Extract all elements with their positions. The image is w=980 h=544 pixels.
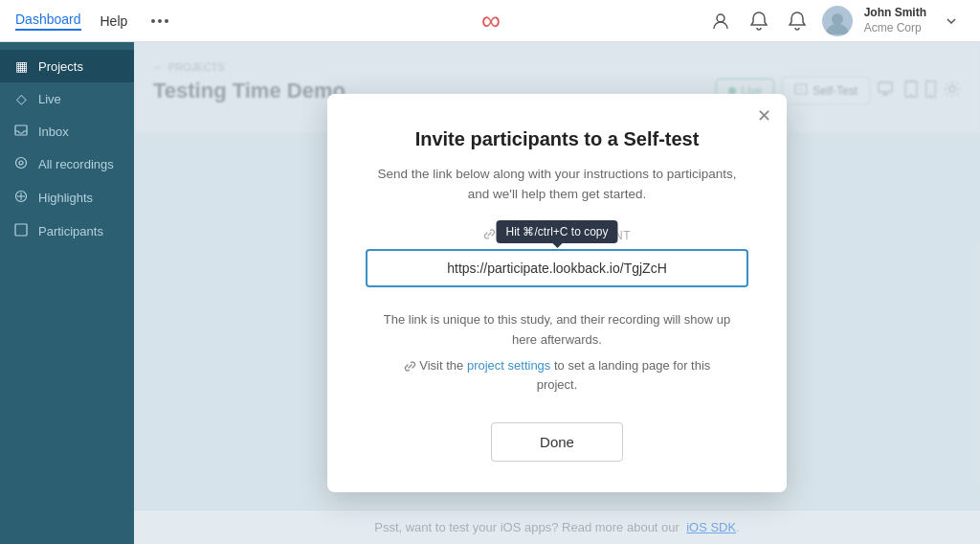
modal-description: The link is unique to this study, and th… — [366, 310, 748, 351]
link-chain-icon2 — [404, 358, 420, 373]
link-chain-icon — [483, 228, 496, 243]
modal-close-button[interactable]: ✕ — [757, 107, 771, 125]
sidebar-label-inbox: Inbox — [38, 125, 69, 139]
svg-rect-9 — [15, 224, 27, 236]
sidebar-item-highlights[interactable]: Highlights — [0, 181, 134, 215]
sidebar-label-projects: Projects — [38, 59, 83, 74]
recordings-icon — [13, 156, 29, 172]
avatar — [822, 6, 853, 36]
person-icon[interactable] — [707, 8, 734, 34]
svg-point-6 — [16, 158, 27, 169]
bell2-icon[interactable] — [784, 8, 811, 34]
bell-icon[interactable] — [746, 8, 772, 34]
sidebar-item-all-recordings[interactable]: All recordings — [0, 147, 134, 181]
sidebar-label-live: Live — [38, 92, 61, 106]
sidebar-item-projects[interactable]: ▦ Projects — [0, 50, 134, 82]
top-nav-right: John Smith Acme Corp — [707, 6, 965, 36]
chevron-down-icon[interactable] — [938, 8, 965, 34]
user-info: John Smith Acme Corp — [864, 6, 926, 35]
svg-point-1 — [158, 19, 162, 23]
logo: ∞ — [481, 6, 499, 36]
done-button[interactable]: Done — [491, 422, 623, 462]
inbox-icon — [13, 124, 29, 139]
sidebar-label-participants: Participants — [38, 224, 103, 238]
modal-settings-text: Visit the project settings to set a land… — [366, 356, 748, 397]
more-icon[interactable] — [146, 8, 173, 34]
participants-icon — [13, 223, 29, 239]
top-nav-left: Dashboard Help — [15, 8, 173, 34]
top-nav: Dashboard Help ∞ John Smith Acme Corp — [0, 0, 980, 42]
invite-modal: ✕ Invite participants to a Self-test Sen… — [327, 94, 787, 492]
modal-title: Invite participants to a Self-test — [366, 128, 748, 150]
copy-tooltip: Hit ⌘/ctrl+C to copy — [496, 220, 617, 243]
svg-point-7 — [19, 161, 23, 165]
infinity-logo: ∞ — [481, 6, 499, 35]
user-name: John Smith — [864, 6, 926, 21]
live-icon: ◇ — [13, 91, 29, 106]
modal-backdrop: ✕ Invite participants to a Self-test Sen… — [134, 42, 980, 544]
project-settings-link[interactable]: project settings — [467, 358, 550, 373]
svg-point-0 — [151, 19, 155, 23]
main-content: ← PROJECTS Testing Time Demo Live Self-T… — [134, 42, 980, 544]
link-input-wrap — [366, 249, 748, 287]
sidebar-item-inbox[interactable]: Inbox — [0, 115, 134, 147]
nav-dashboard[interactable]: Dashboard — [15, 11, 81, 31]
projects-icon: ▦ — [13, 58, 29, 74]
sidebar: ▦ Projects ◇ Live Inbox All recordings H… — [0, 42, 134, 544]
nav-help[interactable]: Help — [100, 13, 128, 29]
app-body: ▦ Projects ◇ Live Inbox All recordings H… — [0, 42, 980, 544]
sidebar-label-recordings: All recordings — [38, 157, 114, 171]
highlights-icon — [13, 190, 29, 206]
link-input[interactable] — [366, 249, 748, 287]
link-copy-area: LINK / PARTICIPANT Hit ⌘/ctrl+C to copy — [366, 228, 748, 287]
svg-point-4 — [832, 13, 843, 25]
visit-text: Visit the — [419, 358, 467, 373]
svg-point-2 — [165, 19, 168, 23]
settings-text2: to set a landing page for thisproject. — [537, 358, 711, 393]
modal-subtitle: Send the link below along with your inst… — [366, 164, 748, 205]
user-org: Acme Corp — [864, 21, 926, 36]
svg-point-3 — [717, 14, 724, 22]
sidebar-item-participants[interactable]: Participants — [0, 215, 134, 248]
sidebar-item-live[interactable]: ◇ Live — [0, 82, 134, 115]
sidebar-label-highlights: Highlights — [38, 191, 93, 205]
